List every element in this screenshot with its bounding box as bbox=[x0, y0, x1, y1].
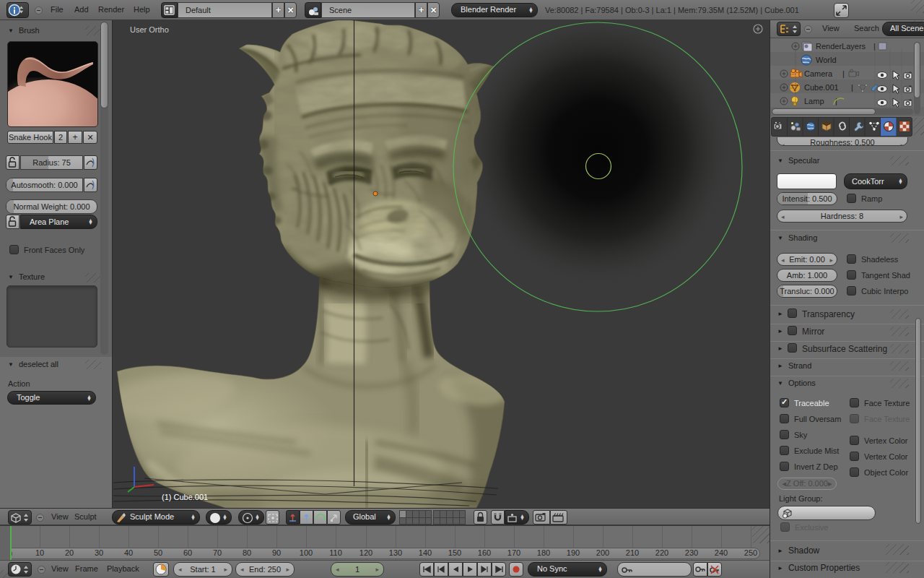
svg-text:|: | bbox=[842, 69, 845, 78]
svg-text:(1) Cube.001: (1) Cube.001 bbox=[162, 493, 208, 501]
svg-text:RenderLayers: RenderLayers bbox=[816, 42, 866, 51]
svg-text:User Ortho: User Ortho bbox=[130, 25, 169, 34]
svg-text:Camera: Camera bbox=[804, 69, 833, 78]
svg-text:Lamp: Lamp bbox=[804, 97, 824, 105]
